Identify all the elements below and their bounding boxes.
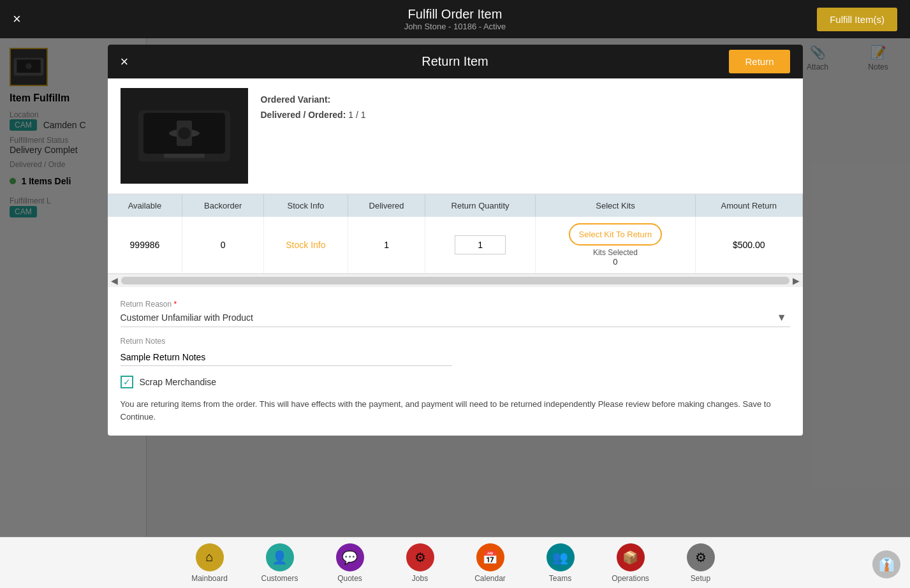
col-available: Available [108,195,182,217]
modal-close-button[interactable]: × [121,54,129,70]
scroll-left-button[interactable]: ◀ [111,276,118,286]
modal-body: Ordered Variant: Delivered / Ordered: 1 … [108,78,803,436]
modal-title: Return Item [422,54,488,69]
return-reason-label: Return Reason * [121,300,790,309]
product-image [121,88,248,184]
scroll-track[interactable] [121,277,789,284]
quotes-icon: 💬 [336,543,364,571]
cell-backorder: 0 [182,217,264,274]
stock-info-link[interactable]: Stock Info [286,240,325,250]
return-button[interactable]: Return [729,50,789,73]
form-area: Return Reason * Customer Unfamiliar with… [108,287,803,436]
bottom-nav: ⌂ Mainboard 👤 Customers 💬 Quotes ⚙ Jobs … [0,537,910,588]
return-reason-value: Customer Unfamiliar with Product [121,312,254,323]
nav-quotes-label: Quotes [337,574,362,583]
return-reason-dropdown-arrow: ▼ [777,312,787,323]
return-notes-group: Return Notes [121,337,790,366]
nav-customers-label: Customers [261,574,298,583]
return-notes-input[interactable] [121,349,452,366]
nav-operations[interactable]: 📦 Operations [605,543,656,583]
warning-text: You are returing items from the order. T… [121,398,790,423]
col-stock-info: Stock Info [263,195,348,217]
nav-teams[interactable]: 👥 Teams [535,543,586,583]
calendar-icon: 📅 [476,543,504,571]
nav-jobs[interactable]: ⚙ Jobs [395,543,446,583]
scrap-merchandise-label: Scrap Merchandise [140,377,217,387]
customers-icon: 👤 [266,543,294,571]
cell-select-kits: Select Kit To Return Kits Selected 0 [535,217,695,274]
return-reason-group: Return Reason * Customer Unfamiliar with… [121,300,790,327]
modal-overlay: × Return Item Return [0,38,910,537]
col-delivered: Delivered [348,195,425,217]
select-kit-button[interactable]: Select Kit To Return [569,223,663,246]
cell-return-qty [425,217,536,274]
svg-point-7 [178,127,190,139]
teams-icon: 👥 [547,543,575,571]
col-return-qty: Return Quantity [425,195,536,217]
mainboard-icon: ⌂ [196,543,224,571]
nav-jobs-label: Jobs [412,574,428,583]
top-header: × Fulfill Order Item John Stone - 10186 … [0,0,910,38]
return-quantity-input[interactable] [455,235,506,254]
col-amount-return: Amount Return [696,195,802,217]
nav-teams-label: Teams [549,574,571,583]
nav-mainboard[interactable]: ⌂ Mainboard [184,543,235,583]
setup-icon: ⚙ [687,543,715,571]
col-backorder: Backorder [182,195,264,217]
nav-setup-label: Setup [691,574,710,583]
nav-calendar-label: Calendar [474,574,506,583]
kits-selected-label: Kits Selected [545,248,686,257]
checkbox-check-icon: ✓ [123,377,131,387]
return-reason-select-wrapper[interactable]: Customer Unfamiliar with Product ▼ [121,312,790,327]
operations-icon: 📦 [617,543,645,571]
cell-delivered: 1 [348,217,425,274]
cell-stock-info: Stock Info [263,217,348,274]
page-title: Fulfill Order Item [404,7,506,22]
user-avatar[interactable]: 👔 [872,550,900,578]
ordered-variant-label: Ordered Variant: [261,94,366,105]
fulfill-items-button[interactable]: Fulfill Item(s) [817,8,897,31]
return-notes-label: Return Notes [121,337,790,346]
table-header-row: Available Backorder Stock Info Delivered… [108,195,803,217]
cell-amount-return: $500.00 [696,217,802,274]
modal-header: × Return Item Return [108,45,803,78]
nav-mainboard-label: Mainboard [191,574,228,583]
table-container: Available Backorder Stock Info Delivered… [108,194,803,274]
cell-available: 999986 [108,217,182,274]
main-content: Item Fulfillm Location CAM Camden C Fulf… [0,38,910,537]
return-table: Available Backorder Stock Info Delivered… [108,195,803,274]
nav-setup[interactable]: ⚙ Setup [675,543,726,583]
nav-operations-label: Operations [612,574,649,583]
table-row: 999986 0 Stock Info 1 Select [108,217,803,274]
header-title-area: Fulfill Order Item John Stone - 10186 - … [404,7,506,31]
nav-calendar[interactable]: 📅 Calendar [465,543,516,583]
page-subtitle: John Stone - 10186 - Active [404,22,506,31]
scroll-row: ◀ ▶ [108,274,803,287]
col-select-kits: Select Kits [535,195,695,217]
kits-selected-count: 0 [545,257,686,267]
scroll-right-button[interactable]: ▶ [793,276,800,286]
scrap-merchandise-row: ✓ Scrap Merchandise [121,376,790,388]
jobs-icon: ⚙ [406,543,434,571]
product-details: Ordered Variant: Delivered / Ordered: 1 … [248,88,379,184]
product-info-row: Ordered Variant: Delivered / Ordered: 1 … [108,78,803,194]
delivered-ordered-info: Delivered / Ordered: 1 / 1 [261,110,366,120]
nav-quotes[interactable]: 💬 Quotes [325,543,376,583]
svg-rect-8 [164,154,205,158]
top-close-button[interactable]: × [13,11,21,27]
nav-customers[interactable]: 👤 Customers [254,543,305,583]
return-item-modal: × Return Item Return [108,45,803,436]
scrap-checkbox[interactable]: ✓ [121,376,133,388]
